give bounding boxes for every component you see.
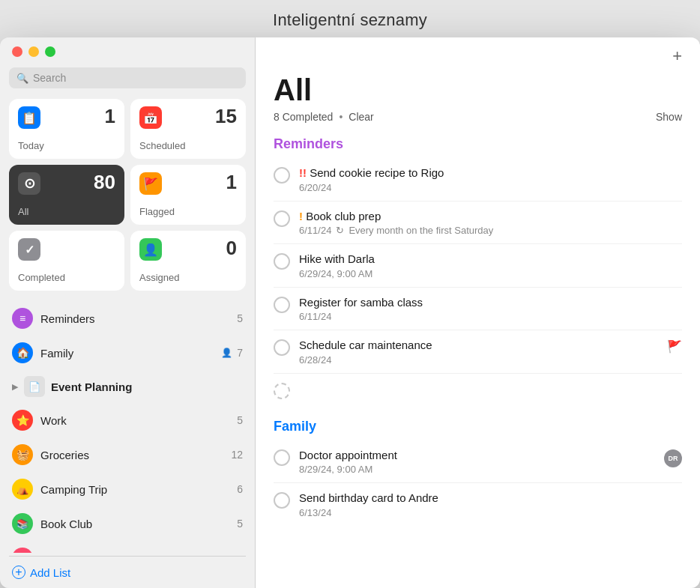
priority-indicator-r2: ! — [299, 210, 303, 222]
reminder-item-f1: Doctor appointment 8/29/24, 9:00 AM DR — [274, 440, 682, 484]
reminder-checkbox-f2[interactable] — [274, 492, 290, 509]
add-list-label: Add List — [30, 566, 70, 579]
completed-label: Completed — [18, 272, 115, 283]
list-item-groceries[interactable]: 🧺 Groceries 12 — [9, 437, 246, 472]
smart-card-assigned[interactable]: 👤 0 Assigned — [130, 231, 246, 291]
reminders-section-header: Reminders — [274, 136, 682, 152]
flagged-count: 1 — [226, 172, 237, 192]
all-icon: ⊙ — [18, 172, 40, 195]
flagged-label: Flagged — [139, 206, 237, 217]
reminders-list-icon: ≡ — [12, 308, 33, 329]
reminder-checkbox-r4[interactable] — [274, 297, 290, 313]
reminder-content-r2: ! Book club prep 6/11/24 ↻ Every month o… — [299, 209, 682, 237]
lists-section: ≡ Reminders 5 🏠 Family 👤 7 ▶ 📄 — [9, 301, 246, 553]
camping-list-icon: ⛺ — [12, 479, 33, 500]
family-shared-icon: 👤 — [221, 348, 232, 358]
reminder-title-r3: Hike with Darla — [299, 252, 682, 267]
completed-dot: • — [339, 111, 343, 123]
reminder-checkbox-r6[interactable] — [274, 383, 290, 399]
family-list-count: 👤 7 — [221, 347, 243, 359]
reminder-checkbox-r1[interactable] — [274, 167, 290, 184]
camping-list-count: 6 — [237, 483, 243, 495]
list-item-gardening[interactable]: 🌱 Gardening 16 — [9, 541, 246, 553]
reminder-item-r2: ! Book club prep 6/11/24 ↻ Every month o… — [274, 201, 682, 245]
reminder-item-r3: Hike with Darla 6/29/24, 9:00 AM — [274, 244, 682, 288]
smart-card-completed[interactable]: ✓ Completed — [9, 231, 124, 291]
group-event-planning[interactable]: ▶ 📄 Event Planning — [9, 370, 246, 403]
groceries-list-count: 12 — [231, 449, 243, 461]
main-body: All 8 Completed • Clear Show Reminders !… — [256, 66, 700, 588]
completed-count: 8 Completed — [274, 111, 333, 123]
reminder-title-f1: Doctor appointment — [299, 448, 655, 463]
reminder-date-r5: 6/28/24 — [299, 354, 658, 366]
reminder-checkbox-f1[interactable] — [274, 449, 290, 466]
list-item-work[interactable]: ⭐ Work 5 — [9, 403, 246, 437]
main-toolbar: + — [256, 37, 700, 66]
search-icon: 🔍 — [16, 73, 28, 84]
reminder-content-r3: Hike with Darla 6/29/24, 9:00 AM — [299, 252, 682, 279]
work-list-name: Work — [40, 414, 229, 427]
work-list-count: 5 — [237, 414, 243, 426]
reminder-item-r5: Schedule car maintenance 6/28/24 🚩 — [274, 330, 682, 374]
close-button[interactable] — [12, 46, 22, 57]
priority-indicator-r1: !! — [299, 166, 307, 179]
book-club-list-icon: 📚 — [12, 513, 33, 534]
list-item-camping-trip[interactable]: ⛺ Camping Trip 6 — [9, 472, 246, 506]
smart-card-scheduled[interactable]: 📅 15 Scheduled — [130, 99, 246, 159]
scheduled-label: Scheduled — [139, 140, 237, 151]
reminder-content-r5: Schedule car maintenance 6/28/24 — [299, 338, 658, 366]
reminder-checkbox-r3[interactable] — [274, 253, 290, 270]
search-bar[interactable]: 🔍 Search — [9, 67, 246, 88]
book-club-list-name: Book Club — [40, 518, 229, 530]
reminder-content-r4: Register for samba class 6/11/24 — [299, 295, 682, 323]
search-placeholder: Search — [33, 72, 66, 84]
all-label: All — [18, 206, 115, 217]
page-title: All — [274, 73, 682, 106]
reminder-checkbox-r5[interactable] — [274, 339, 290, 356]
reminder-date-r3: 6/29/24, 9:00 AM — [299, 268, 682, 279]
scheduled-icon: 📅 — [139, 106, 162, 129]
minimize-button[interactable] — [28, 46, 39, 57]
smart-cards-grid: 📋 1 Today 📅 15 Scheduled ⊙ — [9, 99, 246, 291]
today-icon: 📋 — [18, 106, 40, 129]
app-title: Inteligentní seznamy — [0, 10, 700, 30]
flag-icon-r5: 🚩 — [667, 339, 682, 354]
list-item-reminders[interactable]: ≡ Reminders 5 — [9, 301, 246, 336]
add-list-row[interactable]: + Add List — [9, 556, 246, 588]
gardening-list-name: Gardening — [40, 552, 223, 554]
clear-button[interactable]: Clear — [349, 111, 373, 123]
reminder-content-f1: Doctor appointment 8/29/24, 9:00 AM — [299, 448, 655, 476]
list-item-book-club[interactable]: 📚 Book Club 5 — [9, 506, 246, 541]
groceries-list-icon: 🧺 — [12, 444, 33, 465]
smart-card-all[interactable]: ⊙ 80 All — [9, 165, 124, 225]
groceries-list-name: Groceries — [40, 449, 223, 461]
reminder-content-f2: Send birthday card to Andre 6/13/24 — [299, 491, 682, 518]
smart-card-flagged[interactable]: 🚩 1 Flagged — [130, 165, 246, 225]
reminder-checkbox-r2[interactable] — [274, 210, 290, 227]
reminders-list-name: Reminders — [40, 312, 229, 325]
today-label: Today — [18, 140, 115, 151]
assigned-count: 0 — [226, 238, 237, 258]
reminder-date-f1: 8/29/24, 9:00 AM — [299, 464, 655, 475]
completed-icon: ✓ — [18, 238, 40, 261]
show-button[interactable]: Show — [656, 111, 682, 123]
event-planning-icon: 📄 — [24, 376, 45, 397]
reminder-date-r4: 6/11/24 — [299, 311, 682, 322]
smart-card-today[interactable]: 📋 1 Today — [9, 99, 124, 159]
plus-icon: + — [12, 566, 25, 579]
reminder-title-r4: Register for samba class — [299, 295, 682, 310]
reminder-title-f2: Send birthday card to Andre — [299, 491, 682, 506]
main-content: + All 8 Completed • Clear Show Reminders — [256, 37, 700, 588]
list-item-family[interactable]: 🏠 Family 👤 7 — [9, 336, 246, 370]
reminder-date-r2: 6/11/24 ↻ Every month on the first Satur… — [299, 225, 682, 236]
add-reminder-button[interactable]: + — [669, 46, 685, 66]
assigned-icon: 👤 — [139, 238, 162, 261]
today-count: 1 — [105, 106, 115, 126]
fullscreen-button[interactable] — [45, 46, 55, 57]
family-list-name: Family — [40, 347, 214, 360]
sidebar: 🔍 Search 📋 1 Today 📅 15 — [0, 37, 255, 588]
event-planning-name: Event Planning — [51, 381, 243, 393]
all-count: 80 — [94, 172, 115, 192]
reminder-item-r6-placeholder — [274, 374, 682, 407]
reminder-date-r1: 6/20/24 — [299, 182, 682, 193]
